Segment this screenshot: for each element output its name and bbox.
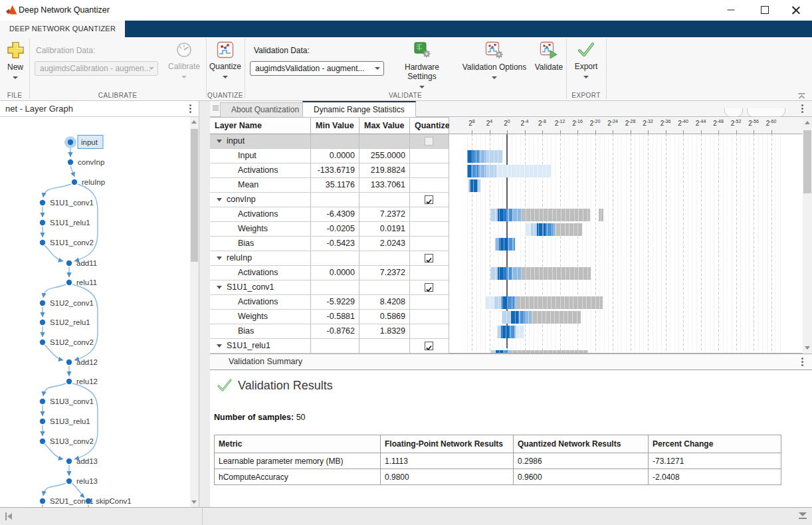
layer-graph-scrollbar[interactable] [190, 117, 199, 507]
graph-node-S1U2_conv2[interactable] [40, 340, 45, 345]
validation-summary-menu-icon[interactable] [797, 357, 807, 368]
collapse-triangle-icon[interactable] [217, 257, 222, 260]
graph-node-S1U1_conv1[interactable] [40, 200, 45, 205]
histogram-bar[interactable] [490, 209, 603, 221]
export-dropdown-caret[interactable] [583, 76, 589, 78]
graph-node-add11[interactable] [66, 261, 72, 266]
column-header-layer-name[interactable]: Layer Name [210, 117, 311, 134]
column-header-min-value[interactable]: Min Value [311, 117, 359, 134]
quantize-button[interactable]: Quantize [209, 41, 242, 80]
histogram-bar[interactable] [490, 267, 591, 280]
validate-button[interactable]: Validate [533, 41, 565, 72]
histogram-scrollbar[interactable] [803, 117, 812, 354]
collapse-triangle-icon[interactable] [217, 344, 222, 348]
gridline-minor [710, 134, 710, 354]
graph-node-S1U2_relu1[interactable] [40, 320, 45, 325]
histogram-bar[interactable] [467, 150, 502, 163]
histogram-bar[interactable] [485, 296, 603, 309]
hardware-settings-caret[interactable] [419, 86, 425, 88]
tab-grip-icon[interactable] [213, 106, 219, 112]
pan-control-pill-icon[interactable] [747, 108, 785, 117]
validation-data-combo[interactable]: augimdsValidation - augment... [250, 61, 384, 76]
export-button[interactable]: Export [571, 41, 601, 80]
column-header-quantize[interactable]: Quantize [410, 117, 449, 134]
stats-row-S1U1_conv1[interactable]: S1U1_conv1 [210, 280, 449, 295]
panel-splitter[interactable] [199, 101, 210, 507]
calibrate-dropdown-caret [181, 76, 187, 78]
stats-row-Bias[interactable]: Bias-0.54232.0243 [210, 237, 449, 251]
gridline-minor [696, 134, 697, 354]
histogram-bar[interactable] [468, 179, 481, 192]
graph-node-S1U1_conv2[interactable] [40, 240, 45, 245]
collapse-triangle-icon[interactable] [217, 140, 222, 143]
graph-node-S1U2_conv1[interactable] [40, 300, 45, 306]
ribbon-tab-deep-network-quantizer[interactable]: DEEP NETWORK QUANTIZER [0, 21, 125, 37]
quantize-dropdown-caret[interactable] [223, 76, 228, 78]
graph-node-add12[interactable] [66, 360, 72, 365]
graph-node-S1U3_conv1[interactable] [40, 399, 45, 404]
collapse-triangle-icon[interactable] [217, 198, 222, 201]
stats-row-Weights[interactable]: Weights-0.58810.5869 [210, 310, 449, 324]
graph-node-convInp[interactable] [68, 159, 73, 165]
stats-row-Weights[interactable]: Weights-0.02050.0191 [210, 222, 449, 237]
graph-node-add13[interactable] [66, 459, 72, 464]
collapse-bottom-panel-icon[interactable] [799, 512, 807, 519]
graph-node-S1U3_relu1[interactable] [40, 419, 45, 424]
stats-row-convInp[interactable]: convInp [210, 193, 449, 207]
layer-graph-panel[interactable]: inputconvInpreluInpS1U1_conv1S1U1_relu1S… [0, 117, 199, 507]
graph-node-relu13[interactable] [66, 478, 72, 484]
quantize-checkbox-disabled[interactable] [425, 137, 433, 146]
histogram-bar[interactable] [497, 326, 525, 338]
layer-graph-menu-icon[interactable] [185, 104, 195, 114]
stats-row-S1U1_relu1[interactable]: S1U1_relu1 [210, 339, 449, 354]
stats-row-Input[interactable]: Input0.0000255.0000 [210, 149, 449, 163]
histogram-bar[interactable] [502, 311, 581, 324]
graph-node-input[interactable] [68, 140, 73, 145]
hardware-settings-button[interactable]: Hardware Settings [391, 41, 453, 90]
zoom-control-pill-icon[interactable] [724, 108, 743, 117]
validation-options-button[interactable]: Validation Options [461, 41, 528, 81]
column-header-max-value[interactable]: Max Value [359, 117, 410, 134]
graph-node-relu12[interactable] [66, 379, 72, 384]
stats-row-input[interactable]: input [210, 134, 449, 149]
validation-check-icon [217, 378, 233, 393]
validation-options-caret[interactable] [492, 76, 497, 79]
stats-row-Activations[interactable]: Activations-6.43097.2372 [210, 207, 449, 222]
stats-row-Bias[interactable]: Bias-0.87621.8329 [210, 324, 449, 339]
graph-node-S2U1_conv1[interactable] [40, 498, 45, 504]
calibration-data-combo[interactable]: augimdsCalibration - augmen... [35, 61, 158, 76]
minimize-button[interactable] [716, 0, 746, 20]
val-table-cell: hComputeAccuracy [215, 469, 381, 485]
close-button[interactable] [781, 0, 811, 20]
histogram-bar[interactable] [495, 238, 515, 251]
quantize-checkbox-checked[interactable] [425, 342, 433, 350]
histogram-bar[interactable] [467, 165, 552, 177]
graph-node-relu11[interactable] [66, 280, 72, 285]
layer-graph-canvas[interactable]: inputconvInpreluInpS1U1_conv1S1U1_relu1S… [0, 117, 190, 507]
stats-row-Activations[interactable]: Activations-133.6719219.8824 [210, 163, 449, 178]
maximize-button[interactable] [750, 0, 779, 20]
histogram-segment [516, 326, 525, 338]
stats-row-Activations[interactable]: Activations-5.92298.4208 [210, 295, 449, 310]
stats-row-Activations[interactable]: Activations0.00007.2372 [210, 266, 449, 280]
quantize-checkbox-checked[interactable] [425, 195, 433, 204]
calibrate-button[interactable]: Calibrate [165, 41, 203, 80]
quantize-checkbox-checked[interactable] [425, 254, 433, 262]
graph-node-reluInp[interactable] [72, 179, 77, 185]
stats-row-reluInp[interactable]: reluInp [210, 251, 449, 266]
collapse-triangle-icon[interactable] [217, 286, 222, 289]
stats-row-Mean[interactable]: Mean35.1176133.7061 [210, 178, 449, 193]
graph-node-S1U1_relu1[interactable] [40, 220, 45, 225]
gridline-minor [643, 134, 644, 354]
histogram-bar[interactable] [525, 223, 582, 236]
collapse-ribbon-icon[interactable] [797, 93, 806, 100]
tab-dynamic-range-statistics[interactable]: Dynamic Range Statistics [302, 101, 416, 117]
graph-node-skipConv1[interactable] [86, 498, 91, 504]
quantize-checkbox-checked[interactable] [425, 283, 433, 292]
statistics-menu-icon[interactable] [797, 104, 807, 114]
tab-about-quantization[interactable]: About Quantization [220, 102, 310, 117]
cell-max-value: 8.4208 [359, 295, 410, 310]
new-button[interactable]: New [3, 41, 28, 81]
new-dropdown-caret[interactable] [13, 76, 18, 79]
graph-node-S1U3_conv2[interactable] [40, 439, 45, 444]
